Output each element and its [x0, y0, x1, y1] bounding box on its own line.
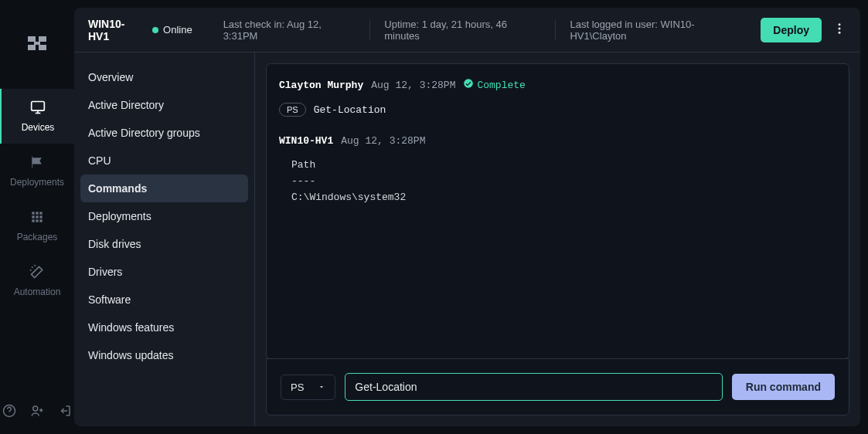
monitor-icon [30, 100, 46, 117]
sidebar-item-cpu[interactable]: CPU [74, 147, 254, 175]
response-host: WIN10-HV1 [279, 135, 333, 147]
logout-icon[interactable] [58, 404, 72, 420]
sidebar-item-win-features[interactable]: Windows features [74, 314, 254, 341]
device-sidebar: Overview Active Directory Active Directo… [74, 53, 255, 426]
app-logo [25, 31, 49, 58]
svg-point-24 [839, 28, 841, 30]
device-header: WIN10-HV1 Online Last check in: Aug 12, … [74, 8, 860, 53]
command-input[interactable] [345, 373, 722, 401]
nav-label: Packages [17, 232, 58, 242]
command-text: Get-Location [314, 104, 386, 116]
add-user-icon[interactable] [30, 404, 44, 420]
deploy-button[interactable]: Deploy [761, 18, 822, 42]
svg-rect-1 [39, 36, 46, 42]
shell-badge: PS [279, 103, 306, 117]
sidebar-item-drivers[interactable]: Drivers [74, 258, 254, 286]
svg-point-26 [465, 79, 474, 88]
svg-rect-2 [28, 45, 36, 50]
svg-rect-12 [36, 215, 38, 218]
svg-rect-8 [32, 212, 34, 214]
svg-rect-0 [28, 36, 36, 42]
header-meta: Last check in: Aug 12, 3:31PM Uptime: 1 … [223, 20, 761, 40]
left-rail: Devices Deployments Packages Automation [0, 0, 74, 434]
nav-label: Devices [22, 122, 55, 133]
svg-rect-14 [32, 219, 34, 222]
nav-label: Deployments [10, 177, 64, 188]
command-area: Clayton Murphy Aug 12, 3:28PM Complete P… [255, 53, 860, 426]
more-menu-icon[interactable] [832, 22, 846, 38]
sidebar-item-software[interactable]: Software [74, 286, 254, 314]
sidebar-item-ad[interactable]: Active Directory [74, 91, 254, 119]
response-body: Path ---- C:\Windows\system32 [279, 158, 836, 205]
command-user: Clayton Murphy [279, 80, 363, 91]
svg-rect-16 [39, 219, 42, 222]
help-icon[interactable] [2, 404, 16, 420]
response-time: Aug 12, 3:28PM [341, 135, 425, 147]
sidebar-item-ad-groups[interactable]: Active Directory groups [74, 119, 254, 147]
command-status: Complete [463, 78, 525, 92]
svg-rect-11 [32, 215, 34, 218]
svg-rect-5 [32, 102, 45, 111]
sidebar-item-deployments[interactable]: Deployments [74, 202, 254, 230]
nav-automation[interactable]: Automation [0, 253, 74, 308]
sidebar-item-commands[interactable]: Commands [80, 175, 248, 202]
run-command-button[interactable]: Run command [732, 374, 835, 400]
nav-packages[interactable]: Packages [0, 198, 74, 253]
flag-icon [29, 154, 45, 172]
svg-rect-10 [39, 212, 42, 214]
status-dot-icon [152, 27, 158, 33]
nav-devices[interactable]: Devices [0, 89, 74, 144]
shell-select-label: PS [291, 381, 304, 393]
check-circle-icon [463, 78, 474, 92]
sidebar-item-win-updates[interactable]: Windows updates [74, 341, 254, 369]
wand-icon [29, 264, 45, 282]
svg-rect-3 [39, 45, 46, 50]
command-status-label: Complete [477, 80, 525, 91]
last-checkin: Last check in: Aug 12, 3:31PM [223, 20, 370, 40]
content: Overview Active Directory Active Directo… [74, 53, 860, 426]
device-status: Online [163, 24, 192, 36]
terminal-output: Clayton Murphy Aug 12, 3:28PM Complete P… [266, 63, 849, 359]
nav-deployments[interactable]: Deployments [0, 144, 74, 198]
svg-rect-13 [39, 215, 42, 218]
device-hostname: WIN10-HV1 [88, 18, 145, 42]
svg-rect-15 [36, 219, 38, 222]
chevron-down-icon [318, 381, 325, 393]
main-panel: WIN10-HV1 Online Last check in: Aug 12, … [74, 8, 860, 426]
grid-icon [29, 209, 45, 227]
uptime: Uptime: 1 day, 21 hours, 46 minutes [369, 20, 555, 40]
shell-select[interactable]: PS [281, 375, 335, 400]
nav-label: Automation [14, 287, 61, 297]
svg-point-25 [839, 32, 841, 34]
svg-point-19 [33, 406, 38, 411]
sidebar-item-disk[interactable]: Disk drives [74, 230, 254, 258]
last-user: Last logged in user: WIN10-HV1\Clayton [555, 20, 761, 40]
command-time: Aug 12, 3:28PM [371, 80, 455, 91]
sidebar-item-overview[interactable]: Overview [74, 63, 254, 91]
svg-rect-9 [36, 212, 38, 214]
svg-rect-4 [34, 42, 40, 45]
command-input-row: PS Run command [266, 358, 849, 415]
svg-point-23 [839, 23, 841, 25]
